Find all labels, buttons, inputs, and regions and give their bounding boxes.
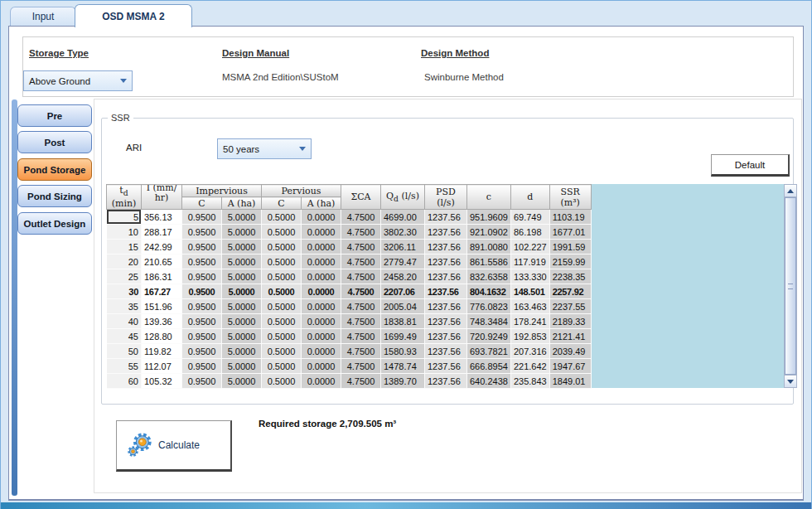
storage-type-dropdown[interactable]: Above Ground bbox=[23, 70, 133, 91]
cell-a1[interactable]: 5.0000 bbox=[222, 299, 262, 314]
cell-c[interactable]: 748.3484 bbox=[467, 314, 511, 329]
cell-psd[interactable]: 1237.56 bbox=[425, 269, 467, 284]
cell-a1[interactable]: 5.0000 bbox=[222, 344, 262, 359]
cell-sca[interactable]: 4.7500 bbox=[341, 225, 381, 240]
cell-ssr[interactable]: 2257.92 bbox=[549, 284, 591, 299]
cell-i[interactable]: 105.32 bbox=[142, 374, 182, 389]
cell-a1[interactable]: 5.0000 bbox=[222, 225, 262, 240]
cell-td[interactable]: 10 bbox=[107, 225, 142, 240]
cell-psd[interactable]: 1237.56 bbox=[425, 284, 467, 299]
cell-psd[interactable]: 1237.56 bbox=[425, 344, 467, 359]
cell-td[interactable]: 40 bbox=[107, 314, 142, 329]
cell-sca[interactable]: 4.7500 bbox=[341, 374, 381, 389]
cell-qd[interactable]: 2458.20 bbox=[381, 269, 425, 284]
cell-c2[interactable]: 0.5000 bbox=[262, 284, 302, 299]
cell-td[interactable]: 45 bbox=[107, 329, 142, 344]
cell-psd[interactable]: 1237.56 bbox=[425, 240, 467, 254]
cell-ssr[interactable]: 2121.41 bbox=[549, 329, 591, 344]
cell-i[interactable]: 119.82 bbox=[142, 344, 182, 359]
cell-td[interactable]: 30 bbox=[107, 284, 142, 299]
cell-qd[interactable]: 3206.11 bbox=[381, 240, 425, 254]
cell-d[interactable]: 235.843 bbox=[510, 374, 549, 389]
cell-a1[interactable]: 5.0000 bbox=[222, 240, 262, 254]
sidebar-item-outlet-design[interactable]: Outlet Design bbox=[17, 212, 92, 235]
sidebar-item-pond-sizing[interactable]: Pond Sizing bbox=[17, 185, 92, 207]
cell-a2[interactable]: 0.0000 bbox=[302, 225, 341, 240]
cell-i[interactable]: 167.27 bbox=[142, 284, 182, 299]
cell-a2[interactable]: 0.0000 bbox=[302, 359, 341, 374]
cell-c2[interactable]: 0.5000 bbox=[262, 269, 302, 284]
cell-sca[interactable]: 4.7500 bbox=[341, 210, 381, 225]
cell-c2[interactable]: 0.5000 bbox=[262, 225, 302, 240]
cell-i[interactable]: 151.96 bbox=[142, 299, 182, 314]
cell-a1[interactable]: 5.0000 bbox=[222, 210, 262, 225]
scroll-down-button[interactable] bbox=[785, 375, 796, 387]
cell-ssr[interactable]: 2159.99 bbox=[549, 254, 591, 269]
cell-qd[interactable]: 1389.70 bbox=[381, 374, 425, 389]
cell-psd[interactable]: 1237.56 bbox=[425, 359, 467, 374]
cell-c[interactable]: 776.0823 bbox=[467, 299, 511, 314]
cell-td[interactable]: 60 bbox=[107, 374, 142, 389]
cell-c2[interactable]: 0.5000 bbox=[262, 254, 302, 269]
cell-c2[interactable]: 0.5000 bbox=[262, 299, 302, 314]
cell-sca[interactable]: 4.7500 bbox=[341, 344, 381, 359]
cell-psd[interactable]: 1237.56 bbox=[425, 299, 467, 314]
cell-c[interactable]: 640.2438 bbox=[467, 374, 511, 389]
cell-psd[interactable]: 1237.56 bbox=[425, 329, 467, 344]
cell-d[interactable]: 117.919 bbox=[510, 254, 549, 269]
cell-c1[interactable]: 0.9500 bbox=[182, 210, 222, 225]
cell-c1[interactable]: 0.9500 bbox=[182, 344, 222, 359]
cell-i[interactable]: 242.99 bbox=[142, 240, 182, 254]
cell-sca[interactable]: 4.7500 bbox=[341, 299, 381, 314]
cell-psd[interactable]: 1237.56 bbox=[425, 254, 467, 269]
scrollbar-thumb[interactable] bbox=[785, 197, 796, 375]
cell-a1[interactable]: 5.0000 bbox=[222, 314, 262, 329]
cell-d[interactable]: 192.853 bbox=[510, 329, 549, 344]
cell-i[interactable]: 112.07 bbox=[142, 359, 182, 374]
cell-d[interactable]: 163.463 bbox=[510, 299, 549, 314]
cell-psd[interactable]: 1237.56 bbox=[425, 374, 467, 389]
cell-c1[interactable]: 0.9500 bbox=[182, 314, 222, 329]
cell-sca[interactable]: 4.7500 bbox=[341, 269, 381, 284]
cell-a1[interactable]: 5.0000 bbox=[222, 374, 262, 389]
cell-a1[interactable]: 5.0000 bbox=[222, 359, 262, 374]
cell-i[interactable]: 356.13 bbox=[142, 210, 182, 225]
cell-c1[interactable]: 0.9500 bbox=[182, 284, 222, 299]
cell-td[interactable]: 50 bbox=[107, 344, 142, 359]
cell-c1[interactable]: 0.9500 bbox=[182, 329, 222, 344]
cell-ssr[interactable]: 2189.33 bbox=[549, 314, 591, 329]
cell-c2[interactable]: 0.5000 bbox=[262, 329, 302, 344]
cell-qd[interactable]: 1478.74 bbox=[381, 359, 425, 374]
cell-i[interactable]: 210.65 bbox=[142, 254, 182, 269]
cell-a1[interactable]: 5.0000 bbox=[222, 329, 262, 344]
sidebar-item-pre[interactable]: Pre bbox=[17, 104, 92, 127]
cell-a2[interactable]: 0.0000 bbox=[302, 254, 341, 269]
cell-c[interactable]: 693.7821 bbox=[467, 344, 511, 359]
cell-d[interactable]: 86.198 bbox=[510, 225, 549, 240]
cell-d[interactable]: 148.501 bbox=[510, 284, 549, 299]
cell-ssr[interactable]: 1991.59 bbox=[549, 240, 591, 254]
cell-a2[interactable]: 0.0000 bbox=[302, 374, 341, 389]
calculate-button[interactable]: Calculate bbox=[116, 420, 232, 472]
cell-ssr[interactable]: 2238.35 bbox=[549, 269, 591, 284]
cell-ssr[interactable]: 1849.01 bbox=[549, 374, 591, 389]
cell-d[interactable]: 69.749 bbox=[510, 210, 549, 225]
cell-a2[interactable]: 0.0000 bbox=[302, 329, 341, 344]
cell-ssr[interactable]: 2039.49 bbox=[549, 344, 591, 359]
cell-psd[interactable]: 1237.56 bbox=[425, 225, 467, 240]
cell-c[interactable]: 951.9609 bbox=[467, 210, 511, 225]
cell-psd[interactable]: 1237.56 bbox=[425, 210, 467, 225]
cell-d[interactable]: 133.330 bbox=[510, 269, 549, 284]
cell-i[interactable]: 186.31 bbox=[142, 269, 182, 284]
cell-c[interactable]: 921.0902 bbox=[467, 225, 511, 240]
cell-c2[interactable]: 0.5000 bbox=[262, 240, 302, 254]
cell-c1[interactable]: 0.9500 bbox=[182, 269, 222, 284]
cell-qd[interactable]: 2005.04 bbox=[381, 299, 425, 314]
cell-c[interactable]: 861.5586 bbox=[467, 254, 511, 269]
cell-c1[interactable]: 0.9500 bbox=[182, 240, 222, 254]
cell-c[interactable]: 720.9249 bbox=[467, 329, 511, 344]
cell-c[interactable]: 666.8954 bbox=[467, 359, 511, 374]
cell-a2[interactable]: 0.0000 bbox=[302, 269, 341, 284]
cell-qd[interactable]: 1580.93 bbox=[381, 344, 425, 359]
cell-c1[interactable]: 0.9500 bbox=[182, 374, 222, 389]
